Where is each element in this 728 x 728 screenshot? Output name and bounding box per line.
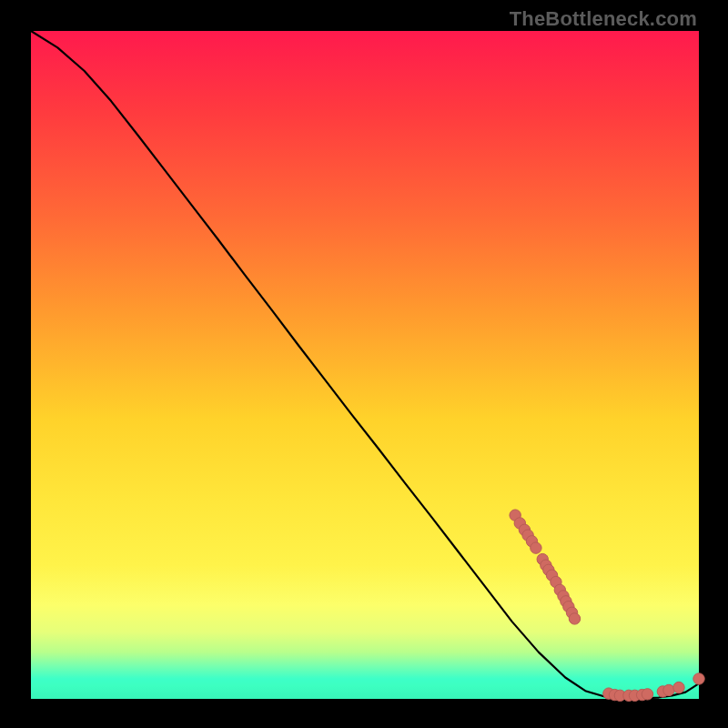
plot-area (31, 31, 699, 699)
data-marker (693, 673, 704, 684)
curve-path (31, 31, 699, 698)
chart-stage: TheBottleneck.com (0, 0, 728, 728)
data-marker (673, 682, 684, 693)
chart-svg (31, 31, 699, 699)
data-marker (531, 542, 541, 553)
data-marker (569, 613, 580, 624)
watermark-label: TheBottleneck.com (510, 7, 697, 31)
data-marker (663, 684, 674, 695)
markers-group (510, 510, 704, 702)
data-marker (642, 689, 652, 700)
